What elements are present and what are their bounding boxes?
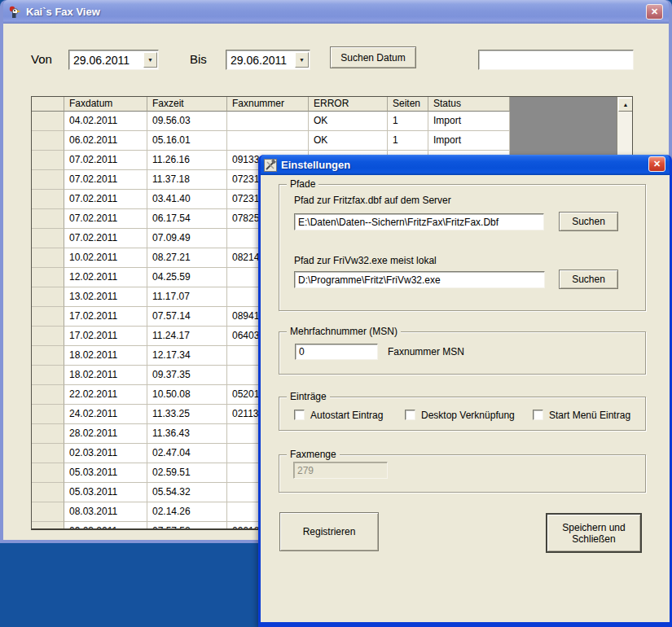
cell-faxzeit: 06.17.54 — [147, 209, 227, 229]
cell-faxzeit: 08.27.21 — [147, 248, 227, 268]
cell-faxzeit: 11.17.07 — [147, 287, 227, 307]
header-status[interactable]: Status — [428, 97, 510, 112]
cell-faxzeit: 02.14.26 — [147, 502, 227, 522]
tools-icon — [264, 159, 277, 172]
cell-faxdatum: 07.02.2011 — [64, 170, 147, 190]
row-selector-cell[interactable] — [32, 405, 64, 424]
header-faxnummer[interactable]: Faxnummer — [227, 97, 309, 112]
cell-faxzeit: 07.57.14 — [147, 307, 227, 327]
von-dropdown-icon[interactable]: ▼ — [143, 52, 157, 68]
msn-input[interactable] — [295, 344, 378, 360]
row-selector-cell[interactable] — [32, 151, 64, 170]
bis-dropdown-icon[interactable]: ▼ — [295, 52, 309, 68]
cell-faxdatum: 17.02.2011 — [64, 307, 147, 327]
search-input[interactable] — [478, 50, 634, 70]
main-window-title: Kai`s Fax View — [26, 6, 100, 18]
cell-faxzeit: 09.37.35 — [147, 366, 227, 385]
faxmenge-group-label: Faxmenge — [287, 449, 340, 460]
row-selector-cell[interactable] — [32, 463, 64, 483]
dialog-titlebar[interactable]: Einstellungen ✕ — [261, 155, 670, 175]
pfade-group: Pfade Pfad zur Fritzfax.dbf auf dem Serv… — [279, 184, 646, 311]
row-selector-cell[interactable] — [32, 502, 64, 522]
autostart-checkbox[interactable] — [294, 410, 305, 420]
row-selector-cell[interactable] — [32, 209, 64, 229]
cell-faxnummer — [227, 131, 309, 151]
scroll-up-icon[interactable]: ▲ — [618, 98, 634, 112]
registrieren-button[interactable]: Registrieren — [279, 512, 379, 551]
cell-faxdatum: 05.03.2011 — [64, 463, 147, 483]
row-selector-cell[interactable] — [32, 385, 64, 405]
pfade-group-label: Pfade — [287, 178, 318, 190]
suchen-datum-button[interactable]: Suchen Datum — [330, 46, 416, 68]
speichern-schliessen-button[interactable]: Speichern und Schließen — [546, 513, 642, 553]
row-selector-cell[interactable] — [32, 229, 64, 248]
header-faxdatum[interactable]: Faxdatum — [64, 97, 147, 112]
autostart-checkbox-label: Autostart Eintrag — [310, 410, 383, 421]
header-faxzeit[interactable]: Faxzeit — [147, 97, 227, 112]
cell-faxzeit: 03.41.40 — [147, 190, 227, 209]
cell-faxzeit: 11.36.43 — [147, 424, 227, 444]
msn-group-label: Mehrfachnummer (MSN) — [287, 326, 401, 337]
header-error[interactable]: ERROR — [309, 97, 388, 112]
cell-faxzeit: 11.26.16 — [147, 151, 227, 170]
cell-faxzeit: 07.57.52 — [147, 522, 227, 530]
row-selector-cell[interactable] — [32, 307, 64, 327]
main-close-button[interactable]: ✕ — [646, 4, 663, 20]
cell-faxnummer — [227, 112, 309, 131]
cell-faxzeit: 05.54.32 — [147, 483, 227, 502]
cell-faxdatum: 22.02.2011 — [64, 385, 147, 405]
row-selector-cell[interactable] — [32, 248, 64, 268]
von-date-combobox[interactable]: 29.06.2011 ▼ — [68, 50, 159, 70]
cell-faxdatum: 17.02.2011 — [64, 327, 147, 346]
row-selector-cell[interactable] — [32, 112, 64, 131]
cell-faxdatum: 09.03.2011 — [64, 522, 147, 530]
header-seiten[interactable]: Seiten — [388, 97, 428, 112]
frivw32-suchen-button[interactable]: Suchen — [559, 270, 618, 289]
fritzfax-path-input[interactable] — [294, 213, 544, 230]
header-selector — [32, 97, 64, 112]
dialog-title: Einstellungen — [281, 159, 350, 171]
table-row[interactable]: 04.02.2011 09.56.03 OK 1 Import — [32, 112, 510, 131]
cell-faxzeit: 12.17.34 — [147, 346, 227, 366]
row-selector-cell[interactable] — [32, 483, 64, 502]
msn-input-label: Faxnummer MSN — [388, 346, 464, 357]
row-selector-cell[interactable] — [32, 131, 64, 151]
main-titlebar[interactable]: Kai`s Fax View ✕ — [3, 0, 669, 24]
desktop-shortcut-checkbox[interactable] — [405, 410, 415, 420]
cell-faxdatum: 18.02.2011 — [64, 366, 147, 385]
cell-faxzeit: 02.47.04 — [147, 444, 227, 463]
table-header-row: Faxdatum Faxzeit Faxnummer ERROR Seiten … — [32, 97, 510, 112]
row-selector-cell[interactable] — [32, 522, 64, 530]
von-label: Von — [31, 52, 52, 66]
row-selector-cell[interactable] — [32, 444, 64, 463]
row-selector-cell[interactable] — [32, 190, 64, 209]
row-selector-cell[interactable] — [32, 268, 64, 287]
row-selector-cell[interactable] — [32, 327, 64, 346]
fritzfax-suchen-button[interactable]: Suchen — [559, 212, 618, 231]
cell-faxdatum: 13.02.2011 — [64, 287, 147, 307]
row-selector-cell[interactable] — [32, 287, 64, 307]
cell-faxzeit: 11.33.25 — [147, 405, 227, 424]
row-selector-cell[interactable] — [32, 346, 64, 366]
cell-status: Import — [428, 112, 510, 131]
row-selector-cell[interactable] — [32, 170, 64, 190]
frivw32-path-input[interactable] — [294, 271, 545, 288]
bis-label: Bis — [190, 52, 207, 66]
row-selector-cell[interactable] — [32, 424, 64, 444]
row-selector-cell[interactable] — [32, 366, 64, 385]
cell-error: OK — [309, 131, 388, 151]
startmenu-checkbox[interactable] — [533, 410, 543, 420]
eintraege-group: Einträge Autostart Eintrag Desktop Verkn… — [279, 397, 646, 431]
dialog-close-button[interactable]: ✕ — [648, 156, 665, 172]
faxmenge-input — [293, 462, 388, 479]
cell-faxdatum: 08.03.2011 — [64, 502, 147, 522]
cell-faxdatum: 06.02.2011 — [64, 131, 147, 151]
frivw32-path-label: Pfad zur FriVw32.exe meist lokal — [294, 255, 437, 266]
table-row[interactable]: 06.02.2011 05.16.01 OK 1 Import — [32, 131, 510, 151]
cell-faxdatum: 04.02.2011 — [64, 112, 147, 131]
faxmenge-group: Faxmenge — [279, 454, 646, 493]
bis-date-combobox[interactable]: 29.06.2011 ▼ — [226, 50, 310, 70]
cell-faxdatum: 10.02.2011 — [64, 248, 147, 268]
cell-seiten: 1 — [388, 131, 428, 151]
eintraege-group-label: Einträge — [287, 391, 330, 402]
